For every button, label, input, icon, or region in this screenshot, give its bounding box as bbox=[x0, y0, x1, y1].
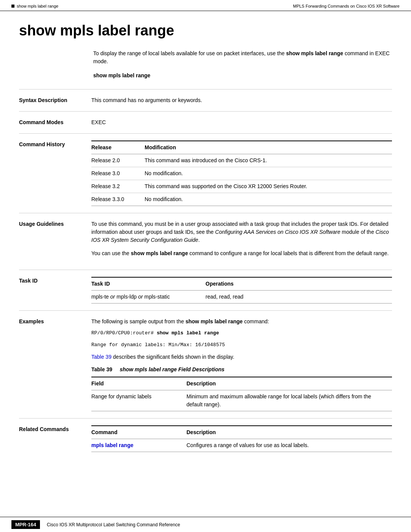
footer-badge: MPR-164 bbox=[11, 520, 40, 529]
field-col-field: Field bbox=[91, 377, 186, 390]
page-container: show mpls label range MPLS Forwarding Co… bbox=[0, 0, 411, 532]
table-ref-after: describes the significant fields shown i… bbox=[112, 354, 234, 360]
table-row: Range for dynamic labelsMinimum and maxi… bbox=[91, 390, 392, 411]
related-header-row: Command Description bbox=[91, 426, 392, 439]
table-cell: Release 3.2 bbox=[91, 180, 145, 193]
command-modes-label: Command Modes bbox=[19, 118, 91, 126]
taskid-header-row: Task ID Operations bbox=[91, 277, 392, 291]
table-cell: No modification. bbox=[145, 193, 392, 206]
example-intro-bold: show mpls label range bbox=[185, 318, 242, 324]
task-id-content: Task ID Operations mpls-te or mpls-ldp o… bbox=[91, 277, 392, 304]
taskid-col-ops: Operations bbox=[206, 277, 392, 291]
table-cell: Release 3.0 bbox=[91, 167, 145, 180]
example-intro-before: The following is sample output from the bbox=[91, 318, 185, 324]
command-modes-section: Command Modes EXEC bbox=[19, 111, 392, 133]
table-cell: Range for dynamic labels bbox=[91, 390, 186, 411]
table-caption-num: Table 39 bbox=[91, 366, 112, 372]
table-39-link[interactable]: Table 39 bbox=[91, 354, 112, 360]
syntax-description-section: Syntax Description This command has no a… bbox=[19, 89, 392, 111]
table-caption: Table 39 show mpls label range Field Des… bbox=[91, 366, 392, 374]
col-modification: Modification bbox=[145, 141, 392, 154]
table-ref-paragraph: Table 39 describes the significant field… bbox=[91, 353, 392, 361]
usage-guidelines-section: Usage Guidelines To use this command, yo… bbox=[19, 213, 392, 270]
page-title: show mpls label range bbox=[19, 22, 392, 39]
syntax-description-label: Syntax Description bbox=[19, 96, 91, 104]
table-header-row: Release Modification bbox=[91, 141, 392, 154]
col-release: Release bbox=[91, 141, 145, 154]
table-cell: This command was supported on the Cisco … bbox=[145, 180, 392, 193]
command-syntax-text: show mpls label range bbox=[93, 72, 150, 78]
usage-para-1: To use this command, you must be in a us… bbox=[91, 220, 392, 244]
related-commands-label: Related Commands bbox=[19, 425, 91, 452]
page-footer: MPR-164 Cisco IOS XR Multiprotocol Label… bbox=[0, 517, 411, 532]
usage-para-2: You can use the show mpls label range co… bbox=[91, 249, 392, 257]
table-row: Release 2.0This command was introduced o… bbox=[91, 154, 392, 167]
field-header-row: Field Description bbox=[91, 377, 392, 390]
header-right-text: MPLS Forwarding Commands on Cisco IOS XR… bbox=[293, 4, 400, 8]
syntax-description-content: This command has no arguments or keyword… bbox=[91, 96, 392, 104]
related-col-command: Command bbox=[91, 426, 186, 439]
usage-para1-italic: Configuring AAA Services on Cisco IOS XR… bbox=[215, 229, 340, 235]
usage-para1-end: . bbox=[198, 237, 200, 243]
command-history-label: Command History bbox=[19, 141, 91, 206]
task-id-section: Task ID Task ID Operations mpls-te or mp… bbox=[19, 270, 392, 310]
intro-text-before: To display the range of local labels ava… bbox=[93, 50, 286, 56]
header-left: show mpls label range bbox=[11, 4, 58, 8]
field-col-desc: Description bbox=[186, 377, 392, 390]
related-desc-cell: Configures a range of values for use as … bbox=[186, 439, 392, 452]
header-left-text: show mpls label range bbox=[17, 4, 58, 8]
related-command-cell: mpls label range bbox=[91, 439, 186, 452]
table-row: mpls-te or mpls-ldp or mpls-staticread, … bbox=[91, 291, 392, 304]
operations-cell: read, read, read bbox=[206, 291, 392, 304]
command-history-section: Command History Release Modification Rel… bbox=[19, 133, 392, 213]
related-commands-table: Command Description mpls label rangeConf… bbox=[91, 425, 392, 452]
table-caption-title: show mpls label range Field Descriptions bbox=[119, 366, 224, 372]
task-id-table: Task ID Operations mpls-te or mpls-ldp o… bbox=[91, 277, 392, 304]
related-commands-section: Related Commands Command Description mpl… bbox=[19, 418, 392, 459]
table-cell: Release 3.3.0 bbox=[91, 193, 145, 206]
related-commands-content: Command Description mpls label rangeConf… bbox=[91, 425, 392, 452]
table-ref-text: Table 39 bbox=[91, 354, 112, 360]
usage-guidelines-label: Usage Guidelines bbox=[19, 220, 91, 263]
table-cell: No modification. bbox=[145, 167, 392, 180]
intro-paragraph: To display the range of local labels ava… bbox=[93, 50, 392, 66]
table-row: Release 3.2This command was supported on… bbox=[91, 180, 392, 193]
usage-para2-after: command to configure a range for local l… bbox=[188, 250, 389, 256]
main-content: show mpls label range To display the ran… bbox=[0, 11, 411, 482]
command-history-content: Release Modification Release 2.0This com… bbox=[91, 141, 392, 206]
code-line-2: Range for dynamic labels: Min/Max: 16/10… bbox=[91, 341, 392, 349]
example-intro-text: The following is sample output from the … bbox=[91, 318, 392, 326]
table-cell: This command was introduced on the Cisco… bbox=[145, 154, 392, 167]
examples-content: The following is sample output from the … bbox=[91, 318, 392, 411]
usage-para2-before: You can use the bbox=[91, 250, 131, 256]
footer-text: Cisco IOS XR Multiprotocol Label Switchi… bbox=[47, 522, 180, 527]
mpls-label-range-link[interactable]: mpls label range bbox=[91, 442, 133, 448]
code-line-1: RP/0/RP0/CPU0:router# show mpls label ra… bbox=[91, 329, 392, 337]
table-row: Release 3.3.0No modification. bbox=[91, 193, 392, 206]
command-history-table: Release Modification Release 2.0This com… bbox=[91, 141, 392, 206]
page-header: show mpls label range MPLS Forwarding Co… bbox=[0, 0, 411, 11]
examples-section: Examples The following is sample output … bbox=[19, 310, 392, 418]
command-syntax-display: show mpls label range bbox=[93, 72, 392, 78]
usage-guidelines-content: To use this command, you must be in a us… bbox=[91, 220, 392, 263]
usage-para2-bold: show mpls label range bbox=[131, 250, 188, 256]
code-command: show mpls label range bbox=[157, 330, 219, 336]
table-row: mpls label rangeConfigures a range of va… bbox=[91, 439, 392, 452]
related-col-desc: Description bbox=[186, 426, 392, 439]
table-cell: Minimum and maximum allowable range for … bbox=[186, 390, 392, 411]
usage-para1-middle: module of the bbox=[340, 229, 376, 235]
command-modes-content: EXEC bbox=[91, 118, 392, 126]
header-bullet-icon bbox=[11, 5, 14, 8]
taskid-cell: mpls-te or mpls-ldp or mpls-static bbox=[91, 291, 206, 304]
example-intro-after: command: bbox=[243, 318, 269, 324]
table-cell: Release 2.0 bbox=[91, 154, 145, 167]
task-id-label: Task ID bbox=[19, 277, 91, 304]
intro-bold-text: show mpls label range bbox=[286, 50, 343, 56]
examples-label: Examples bbox=[19, 318, 91, 411]
table-row: Release 3.0No modification. bbox=[91, 167, 392, 180]
taskid-col-task: Task ID bbox=[91, 277, 206, 291]
code-prompt: RP/0/RP0/CPU0:router# bbox=[91, 330, 157, 336]
field-description-table: Field Description Range for dynamic labe… bbox=[91, 377, 392, 411]
